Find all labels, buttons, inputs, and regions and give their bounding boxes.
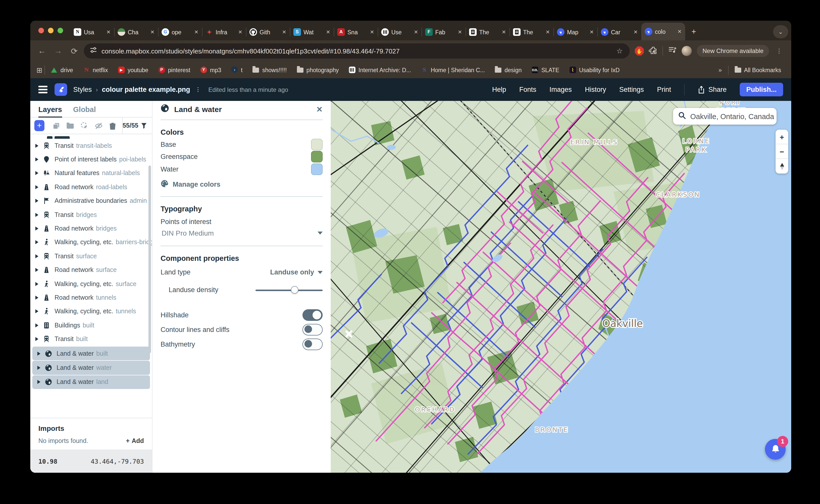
tab-close-icon[interactable]: ✕	[502, 29, 506, 35]
publish-button[interactable]: Publish...	[740, 83, 783, 96]
tab-notion[interactable]: NUsa✕	[70, 24, 114, 40]
bookmark-netflix[interactable]: Nnetflix	[79, 67, 112, 73]
style-file-name[interactable]: colour palette example.png	[102, 86, 190, 93]
all-bookmarks[interactable]: All Bookmarks	[730, 67, 785, 73]
reload-button[interactable]: ⟳	[68, 46, 81, 56]
bookmarks-overflow-chevron[interactable]: »	[715, 66, 726, 73]
tab-active-colour-palette[interactable]: colo✕	[641, 23, 685, 40]
search-value[interactable]: Oakville, Ontario, Canada	[690, 112, 774, 120]
expand-caret-icon[interactable]	[35, 337, 38, 341]
landuse-density-slider[interactable]	[256, 286, 323, 294]
expand-caret-icon[interactable]	[35, 296, 38, 300]
tab-chat[interactable]: Cha✕	[114, 24, 158, 40]
layer-row[interactable]: Administrative boundariesadmin	[30, 194, 152, 208]
zoom-out-button[interactable]: −	[776, 144, 788, 159]
bookmark-pinterest[interactable]: Ppinterest	[154, 67, 194, 73]
bookmark-internet-archive[interactable]: Internet Archive: D...	[345, 67, 415, 73]
color-row-greenspace[interactable]: Greenspace	[160, 151, 323, 163]
url-bar[interactable]: console.mapbox.com/studio/styles/monatgn…	[84, 43, 630, 59]
font-select[interactable]: DIN Pro Medium	[160, 226, 323, 239]
layer-row[interactable]: Point of interest labelspoi-labels	[30, 153, 152, 166]
bookmark-design[interactable]: design	[491, 67, 526, 73]
expand-caret-icon[interactable]	[35, 157, 38, 161]
map-canvas[interactable]: ERIN MILLS LORNE PARK CLARKSON PORT CRED…	[331, 101, 791, 473]
duplicate-layer-icon[interactable]	[52, 122, 60, 129]
tab-close-icon[interactable]: ✕	[282, 29, 286, 35]
layer-counter[interactable]: 55/55	[122, 122, 147, 129]
scrollbar[interactable]	[148, 165, 151, 353]
expand-caret-icon[interactable]	[35, 171, 38, 175]
map-search-box[interactable]: Oakville, Ontario, Canada	[673, 108, 777, 125]
tab-snap[interactable]: ASna✕	[334, 24, 378, 40]
tab-layers[interactable]: Layers	[38, 105, 62, 117]
profile-avatar[interactable]	[682, 46, 692, 56]
greenspace-color-swatch[interactable]	[311, 151, 323, 163]
tab-google[interactable]: Gope✕	[158, 24, 202, 40]
group-layers-icon[interactable]	[66, 122, 74, 129]
tab-close-icon[interactable]: ✕	[106, 29, 110, 35]
add-layer-button[interactable]: +	[34, 120, 44, 131]
expand-caret-icon[interactable]	[37, 366, 40, 370]
water-color-swatch[interactable]	[311, 163, 323, 175]
bookmark-shows[interactable]: shows!!!!!	[249, 67, 291, 73]
layer-row[interactable]: Transitbuilt	[30, 332, 152, 346]
hillshade-toggle[interactable]	[303, 309, 323, 321]
tab-close-icon[interactable]: ✕	[545, 29, 550, 35]
expand-caret-icon[interactable]	[35, 213, 38, 217]
slider-knob[interactable]	[291, 286, 299, 293]
compass-button[interactable]	[776, 159, 788, 174]
contour-toggle[interactable]	[303, 324, 323, 335]
expand-caret-icon[interactable]	[35, 199, 38, 203]
tab-close-icon[interactable]: ✕	[150, 29, 154, 35]
delete-layer-icon[interactable]	[109, 122, 116, 129]
tab-mapbox-1[interactable]: Map✕	[553, 24, 597, 40]
layer-row[interactable]: Natural featuresnatural-labels	[30, 166, 152, 180]
expand-caret-icon[interactable]	[35, 144, 38, 148]
tab-close-icon[interactable]: ✕	[634, 29, 638, 35]
forward-button[interactable]: →	[51, 46, 65, 55]
zoom-in-button[interactable]: +	[776, 130, 788, 144]
layer-row-selected[interactable]: Land & waterland	[32, 375, 150, 389]
tab-close-icon[interactable]: ✕	[414, 29, 418, 35]
layer-row[interactable]: Road networksurface	[30, 263, 152, 277]
tab-fabric[interactable]: FFab✕	[422, 24, 465, 40]
tab-global[interactable]: Global	[73, 105, 96, 117]
close-panel-icon[interactable]: ✕	[316, 105, 323, 114]
layer-row[interactable]: Transittransit-labels	[30, 139, 152, 153]
nav-history[interactable]: History	[585, 86, 606, 93]
breadcrumb-styles[interactable]: Styles	[73, 86, 92, 93]
bookmark-drive[interactable]: drive	[47, 67, 77, 73]
bookmark-t[interactable]: ›t	[227, 67, 247, 73]
zoom-window-button[interactable]	[58, 28, 63, 33]
tab-mapbox-2[interactable]: Car✕	[597, 24, 641, 40]
tab-the-1[interactable]: The✕	[465, 24, 509, 40]
select-layer-icon[interactable]	[80, 122, 88, 130]
bookmark-slate[interactable]: D2LSLATE	[528, 67, 563, 73]
chrome-update-chip[interactable]: New Chrome available	[697, 45, 769, 57]
tab-close-icon[interactable]: ✕	[326, 29, 330, 35]
mapbox-studio-logo[interactable]	[54, 83, 67, 96]
new-tab-button[interactable]: +	[687, 25, 700, 38]
layer-row[interactable]: Buildingsbuilt	[30, 318, 152, 332]
layer-row-selected[interactable]: Land & waterbuilt	[32, 347, 150, 360]
tab-infra[interactable]: ✦Infra✕	[202, 24, 246, 40]
bookmark-youtube[interactable]: ▶youtube	[114, 67, 152, 73]
browser-menu-icon[interactable]: ⋮	[774, 47, 784, 54]
tab-close-icon[interactable]: ✕	[677, 29, 682, 34]
tab-close-icon[interactable]: ✕	[238, 29, 243, 35]
bookmark-star-icon[interactable]: ☆	[616, 47, 624, 55]
expand-caret-icon[interactable]	[37, 351, 40, 355]
playlist-icon[interactable]	[668, 46, 677, 56]
extensions-puzzle-icon[interactable]	[649, 46, 658, 56]
bookmark-sheridan[interactable]: SHome | Sheridan C...	[417, 67, 489, 73]
layer-row-selected[interactable]: Land & waterwater	[32, 361, 150, 375]
tab-close-icon[interactable]: ✕	[589, 29, 594, 35]
expand-caret-icon[interactable]	[35, 227, 38, 231]
tab-archive[interactable]: Use✕	[378, 24, 422, 40]
tab-close-icon[interactable]: ✕	[370, 29, 374, 35]
nav-help[interactable]: Help	[492, 86, 506, 93]
nav-images[interactable]: Images	[549, 86, 572, 93]
expand-caret-icon[interactable]	[35, 185, 38, 189]
tab-close-icon[interactable]: ✕	[458, 29, 462, 35]
expand-caret-icon[interactable]	[37, 380, 40, 384]
